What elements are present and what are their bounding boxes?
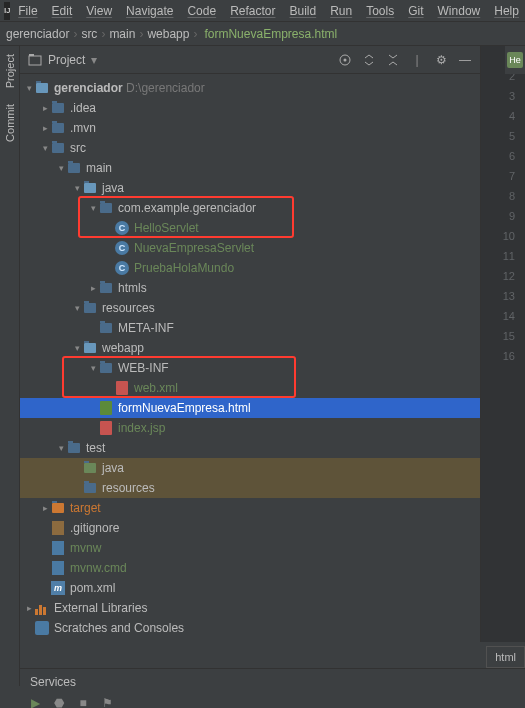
svg-point-3 bbox=[344, 58, 347, 61]
menu-window[interactable]: Window bbox=[432, 2, 487, 20]
menu-run[interactable]: Run bbox=[324, 2, 358, 20]
gutter-line: 9 bbox=[481, 206, 525, 226]
gutter-line: 4 bbox=[481, 106, 525, 126]
tree-pruebaholamundo[interactable]: CPruebaHolaMundo bbox=[20, 258, 480, 278]
gutter-line: 6 bbox=[481, 146, 525, 166]
tree-webinf[interactable]: ▾WEB-INF bbox=[20, 358, 480, 378]
menu-edit[interactable]: Edit bbox=[46, 2, 79, 20]
tree-helloservlet[interactable]: CHelloServlet bbox=[20, 218, 480, 238]
expand-all-icon[interactable] bbox=[362, 53, 376, 67]
tree-mvn[interactable]: ▸.mvn bbox=[20, 118, 480, 138]
tree-mvnw[interactable]: mvnw bbox=[20, 538, 480, 558]
tree-metainf[interactable]: META-INF bbox=[20, 318, 480, 338]
gutter-line: 10 bbox=[481, 226, 525, 246]
tree-test[interactable]: ▾test bbox=[20, 438, 480, 458]
gutter-line: 11 bbox=[481, 246, 525, 266]
tree-pom[interactable]: mpom.xml bbox=[20, 578, 480, 598]
menu-view[interactable]: View bbox=[80, 2, 118, 20]
tree-webxml[interactable]: web.xml bbox=[20, 378, 480, 398]
tree-formnuevaempresa[interactable]: formNuevaEmpresa.html bbox=[20, 398, 480, 418]
menu-tools[interactable]: Tools bbox=[360, 2, 400, 20]
svg-rect-1 bbox=[29, 54, 34, 56]
services-tab[interactable]: Services bbox=[20, 669, 525, 695]
editor-gutter: 12345678910111213141516 bbox=[480, 46, 525, 642]
crumb-file[interactable]: formNuevaEmpresa.html bbox=[201, 27, 337, 41]
gutter-line: 12 bbox=[481, 266, 525, 286]
menu-bar: IJ File Edit View Navigate Code Refactor… bbox=[0, 0, 525, 22]
tree-external-libraries[interactable]: ▸External Libraries bbox=[20, 598, 480, 618]
tree-target[interactable]: ▸target bbox=[20, 498, 480, 518]
svg-rect-4 bbox=[52, 521, 64, 535]
debug-icon[interactable]: ⬣ bbox=[52, 696, 66, 708]
editor-tag-crumb[interactable]: html bbox=[486, 646, 525, 668]
tree-main[interactable]: ▾main bbox=[20, 158, 480, 178]
tree-nuevaempresaservlet[interactable]: CNuevaEmpresaServlet bbox=[20, 238, 480, 258]
hide-icon[interactable]: — bbox=[458, 53, 472, 67]
menu-help[interactable]: Help bbox=[488, 2, 525, 20]
tree-indexjsp[interactable]: index.jsp bbox=[20, 418, 480, 438]
tree-idea[interactable]: ▸.idea bbox=[20, 98, 480, 118]
tree-resources[interactable]: ▾resources bbox=[20, 298, 480, 318]
menu-navigate[interactable]: Navigate bbox=[120, 2, 179, 20]
dropdown-icon[interactable]: ▾ bbox=[91, 53, 97, 67]
gutter-line: 14 bbox=[481, 306, 525, 326]
crumb-main[interactable]: main bbox=[109, 27, 135, 41]
tree-gitignore[interactable]: .gitignore bbox=[20, 518, 480, 538]
gutter-line: 15 bbox=[481, 326, 525, 346]
select-opened-file-icon[interactable] bbox=[338, 53, 352, 67]
project-tool-window: Project ▾ | ⚙ — ▾gerenciador D:\gerencia… bbox=[20, 46, 480, 642]
sidetab-commit[interactable]: Commit bbox=[4, 104, 16, 142]
services-tool-window: Services ▶ ⬣ ■ ⚑ bbox=[20, 668, 525, 708]
menu-file[interactable]: File bbox=[12, 2, 43, 20]
menu-code[interactable]: Code bbox=[181, 2, 222, 20]
tree-htmls[interactable]: ▸htmls bbox=[20, 278, 480, 298]
gutter-line: 8 bbox=[481, 186, 525, 206]
crumb-src[interactable]: src bbox=[81, 27, 97, 41]
menu-refactor[interactable]: Refactor bbox=[224, 2, 281, 20]
filter-icon[interactable]: ⚑ bbox=[100, 696, 114, 708]
tree-webapp[interactable]: ▾webapp bbox=[20, 338, 480, 358]
svg-rect-5 bbox=[52, 541, 64, 555]
tree-test-resources[interactable]: resources bbox=[20, 478, 480, 498]
gutter-line: 16 bbox=[481, 346, 525, 366]
crumb-webapp[interactable]: webapp bbox=[147, 27, 189, 41]
side-tool-tabs: Project Commit bbox=[0, 46, 20, 686]
gutter-line: 5 bbox=[481, 126, 525, 146]
tree-java[interactable]: ▾java bbox=[20, 178, 480, 198]
project-header: Project ▾ | ⚙ — bbox=[20, 46, 480, 74]
tree-package[interactable]: ▾com.example.gerenciador bbox=[20, 198, 480, 218]
svg-rect-6 bbox=[52, 561, 64, 575]
tree-src[interactable]: ▾src bbox=[20, 138, 480, 158]
breadcrumb: gerenciador› src› main› webapp› formNuev… bbox=[0, 22, 525, 46]
right-toolbar: He bbox=[505, 46, 525, 74]
tree-root[interactable]: ▾gerenciador D:\gerenciador bbox=[20, 78, 480, 98]
settings-icon[interactable]: ⚙ bbox=[434, 53, 448, 67]
crumb-project[interactable]: gerenciador bbox=[6, 27, 69, 41]
tree-mvnwcmd[interactable]: mvnw.cmd bbox=[20, 558, 480, 578]
menu-git[interactable]: Git bbox=[402, 2, 429, 20]
highlight-badge[interactable]: He bbox=[507, 52, 523, 68]
project-label: Project bbox=[48, 53, 85, 67]
gutter-line: 13 bbox=[481, 286, 525, 306]
tree-scratches[interactable]: Scratches and Consoles bbox=[20, 618, 480, 638]
run-icon[interactable]: ▶ bbox=[28, 696, 42, 708]
collapse-all-icon[interactable] bbox=[386, 53, 400, 67]
app-logo-icon: IJ bbox=[4, 2, 10, 20]
project-icon bbox=[28, 53, 42, 67]
svg-rect-0 bbox=[29, 56, 41, 65]
sidetab-project[interactable]: Project bbox=[4, 54, 16, 88]
stop-icon[interactable]: ■ bbox=[76, 696, 90, 708]
gutter-line: 7 bbox=[481, 166, 525, 186]
tree-test-java[interactable]: java bbox=[20, 458, 480, 478]
menu-build[interactable]: Build bbox=[283, 2, 322, 20]
divider: | bbox=[410, 53, 424, 67]
project-tree[interactable]: ▾gerenciador D:\gerenciador ▸.idea ▸.mvn… bbox=[20, 74, 480, 642]
gutter-line: 3 bbox=[481, 86, 525, 106]
